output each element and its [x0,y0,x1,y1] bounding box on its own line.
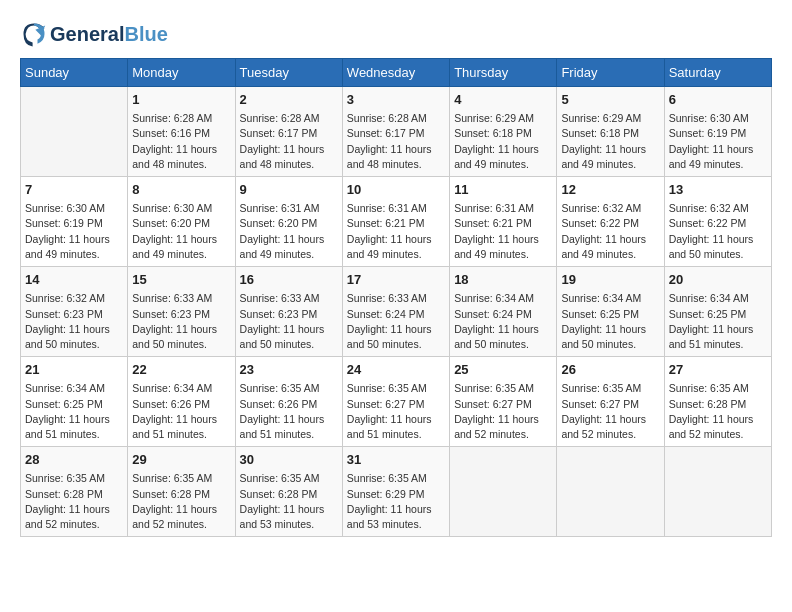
calendar-cell: 11Sunrise: 6:31 AM Sunset: 6:21 PM Dayli… [450,177,557,267]
day-number: 24 [347,361,445,379]
day-number: 14 [25,271,123,289]
day-number: 21 [25,361,123,379]
day-number: 4 [454,91,552,109]
page-header: GeneralBlue [20,20,772,48]
day-number: 8 [132,181,230,199]
calendar-cell: 5Sunrise: 6:29 AM Sunset: 6:18 PM Daylig… [557,87,664,177]
day-info: Sunrise: 6:33 AM Sunset: 6:23 PM Dayligh… [132,291,230,352]
calendar-cell: 7Sunrise: 6:30 AM Sunset: 6:19 PM Daylig… [21,177,128,267]
day-number: 25 [454,361,552,379]
calendar-cell: 28Sunrise: 6:35 AM Sunset: 6:28 PM Dayli… [21,447,128,537]
day-number: 7 [25,181,123,199]
day-number: 16 [240,271,338,289]
calendar-cell: 24Sunrise: 6:35 AM Sunset: 6:27 PM Dayli… [342,357,449,447]
day-info: Sunrise: 6:35 AM Sunset: 6:27 PM Dayligh… [454,381,552,442]
day-info: Sunrise: 6:28 AM Sunset: 6:16 PM Dayligh… [132,111,230,172]
calendar-cell: 31Sunrise: 6:35 AM Sunset: 6:29 PM Dayli… [342,447,449,537]
day-number: 31 [347,451,445,469]
weekday-header-friday: Friday [557,59,664,87]
day-info: Sunrise: 6:31 AM Sunset: 6:20 PM Dayligh… [240,201,338,262]
calendar-cell: 23Sunrise: 6:35 AM Sunset: 6:26 PM Dayli… [235,357,342,447]
calendar-cell [450,447,557,537]
day-info: Sunrise: 6:35 AM Sunset: 6:27 PM Dayligh… [347,381,445,442]
day-number: 26 [561,361,659,379]
calendar-week-row: 28Sunrise: 6:35 AM Sunset: 6:28 PM Dayli… [21,447,772,537]
logo-text: GeneralBlue [50,23,168,46]
weekday-header-sunday: Sunday [21,59,128,87]
calendar-cell [21,87,128,177]
day-info: Sunrise: 6:34 AM Sunset: 6:25 PM Dayligh… [25,381,123,442]
day-number: 27 [669,361,767,379]
day-info: Sunrise: 6:34 AM Sunset: 6:26 PM Dayligh… [132,381,230,442]
calendar-cell: 18Sunrise: 6:34 AM Sunset: 6:24 PM Dayli… [450,267,557,357]
day-info: Sunrise: 6:30 AM Sunset: 6:19 PM Dayligh… [669,111,767,172]
day-info: Sunrise: 6:29 AM Sunset: 6:18 PM Dayligh… [454,111,552,172]
day-number: 15 [132,271,230,289]
calendar-week-row: 21Sunrise: 6:34 AM Sunset: 6:25 PM Dayli… [21,357,772,447]
calendar-week-row: 14Sunrise: 6:32 AM Sunset: 6:23 PM Dayli… [21,267,772,357]
day-number: 17 [347,271,445,289]
day-info: Sunrise: 6:32 AM Sunset: 6:22 PM Dayligh… [561,201,659,262]
calendar-cell: 27Sunrise: 6:35 AM Sunset: 6:28 PM Dayli… [664,357,771,447]
day-info: Sunrise: 6:34 AM Sunset: 6:25 PM Dayligh… [561,291,659,352]
calendar-cell: 9Sunrise: 6:31 AM Sunset: 6:20 PM Daylig… [235,177,342,267]
logo-icon [20,20,48,48]
weekday-header-tuesday: Tuesday [235,59,342,87]
day-number: 20 [669,271,767,289]
calendar-cell: 30Sunrise: 6:35 AM Sunset: 6:28 PM Dayli… [235,447,342,537]
day-number: 12 [561,181,659,199]
day-info: Sunrise: 6:35 AM Sunset: 6:27 PM Dayligh… [561,381,659,442]
calendar-cell: 6Sunrise: 6:30 AM Sunset: 6:19 PM Daylig… [664,87,771,177]
day-info: Sunrise: 6:32 AM Sunset: 6:22 PM Dayligh… [669,201,767,262]
calendar-cell: 21Sunrise: 6:34 AM Sunset: 6:25 PM Dayli… [21,357,128,447]
logo: GeneralBlue [20,20,168,48]
day-number: 23 [240,361,338,379]
day-number: 11 [454,181,552,199]
day-info: Sunrise: 6:31 AM Sunset: 6:21 PM Dayligh… [347,201,445,262]
weekday-header-row: SundayMondayTuesdayWednesdayThursdayFrid… [21,59,772,87]
calendar-cell: 15Sunrise: 6:33 AM Sunset: 6:23 PM Dayli… [128,267,235,357]
day-info: Sunrise: 6:28 AM Sunset: 6:17 PM Dayligh… [240,111,338,172]
day-number: 10 [347,181,445,199]
day-number: 3 [347,91,445,109]
weekday-header-thursday: Thursday [450,59,557,87]
day-number: 13 [669,181,767,199]
calendar-cell: 8Sunrise: 6:30 AM Sunset: 6:20 PM Daylig… [128,177,235,267]
calendar-week-row: 7Sunrise: 6:30 AM Sunset: 6:19 PM Daylig… [21,177,772,267]
calendar-cell [664,447,771,537]
day-number: 6 [669,91,767,109]
weekday-header-monday: Monday [128,59,235,87]
day-number: 9 [240,181,338,199]
day-info: Sunrise: 6:35 AM Sunset: 6:26 PM Dayligh… [240,381,338,442]
day-number: 30 [240,451,338,469]
day-info: Sunrise: 6:33 AM Sunset: 6:23 PM Dayligh… [240,291,338,352]
calendar-cell: 29Sunrise: 6:35 AM Sunset: 6:28 PM Dayli… [128,447,235,537]
calendar-cell: 26Sunrise: 6:35 AM Sunset: 6:27 PM Dayli… [557,357,664,447]
day-info: Sunrise: 6:31 AM Sunset: 6:21 PM Dayligh… [454,201,552,262]
day-number: 29 [132,451,230,469]
calendar-cell: 3Sunrise: 6:28 AM Sunset: 6:17 PM Daylig… [342,87,449,177]
calendar-cell: 20Sunrise: 6:34 AM Sunset: 6:25 PM Dayli… [664,267,771,357]
day-info: Sunrise: 6:34 AM Sunset: 6:25 PM Dayligh… [669,291,767,352]
calendar-cell: 19Sunrise: 6:34 AM Sunset: 6:25 PM Dayli… [557,267,664,357]
day-number: 19 [561,271,659,289]
day-info: Sunrise: 6:34 AM Sunset: 6:24 PM Dayligh… [454,291,552,352]
calendar-cell: 13Sunrise: 6:32 AM Sunset: 6:22 PM Dayli… [664,177,771,267]
day-number: 1 [132,91,230,109]
calendar-table: SundayMondayTuesdayWednesdayThursdayFrid… [20,58,772,537]
calendar-cell: 25Sunrise: 6:35 AM Sunset: 6:27 PM Dayli… [450,357,557,447]
weekday-header-saturday: Saturday [664,59,771,87]
day-number: 18 [454,271,552,289]
day-info: Sunrise: 6:33 AM Sunset: 6:24 PM Dayligh… [347,291,445,352]
calendar-cell: 2Sunrise: 6:28 AM Sunset: 6:17 PM Daylig… [235,87,342,177]
calendar-cell: 16Sunrise: 6:33 AM Sunset: 6:23 PM Dayli… [235,267,342,357]
day-info: Sunrise: 6:35 AM Sunset: 6:29 PM Dayligh… [347,471,445,532]
day-number: 2 [240,91,338,109]
day-number: 5 [561,91,659,109]
day-number: 22 [132,361,230,379]
day-info: Sunrise: 6:29 AM Sunset: 6:18 PM Dayligh… [561,111,659,172]
weekday-header-wednesday: Wednesday [342,59,449,87]
day-info: Sunrise: 6:35 AM Sunset: 6:28 PM Dayligh… [132,471,230,532]
calendar-cell: 4Sunrise: 6:29 AM Sunset: 6:18 PM Daylig… [450,87,557,177]
calendar-cell: 17Sunrise: 6:33 AM Sunset: 6:24 PM Dayli… [342,267,449,357]
